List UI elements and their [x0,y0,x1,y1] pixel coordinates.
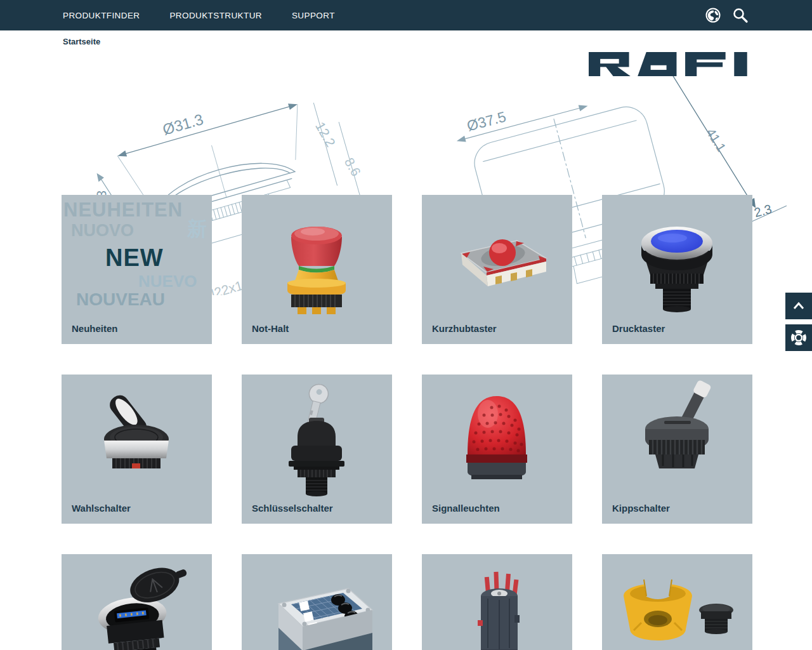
tile-label: Not-Halt [252,323,289,334]
tile-label: Drucktaster [612,323,665,334]
new-word-fr: NOUVEAU [76,291,165,308]
contact-support-button[interactable] [785,324,812,351]
tile-drucktaster[interactable]: Drucktaster [602,195,752,344]
new-word-zh: 新 [187,219,207,239]
nav-item-produktfinder[interactable]: PRODUKTFINDER [63,11,140,20]
tile-schluesselschalter[interactable]: Schlüsselschalter [242,375,392,524]
svg-text:12.2: 12.2 [313,119,338,149]
pushbutton-image [602,195,752,344]
main-nav: PRODUKTFINDER PRODUKTSTRUKTUR SUPPORT [63,0,335,30]
svg-text:Ø31.3: Ø31.3 [160,110,205,138]
nav-item-support[interactable]: SUPPORT [292,11,335,20]
tile-signalleuchten[interactable]: Signalleuchten [422,375,572,524]
tile-wahlschalter[interactable]: Wahlschalter [62,375,212,524]
new-word-es: NUEVO [138,273,197,289]
tile-label: Wahlschalter [72,503,131,514]
tile-not-halt[interactable]: Not-Halt [242,195,392,344]
new-word-de: NEUHEITEN [63,200,183,220]
switch-insert-image [422,554,572,650]
emergency-stop-image [242,195,392,344]
tile-schalteinsatz[interactable] [422,554,572,650]
toggle-switch-image [602,375,752,524]
svg-text:8.6: 8.6 [342,156,364,179]
accessories-image [602,554,752,650]
search-icon[interactable] [732,7,749,23]
tile-kurzhubtaster[interactable]: Kurzhubtaster [422,195,572,344]
chevron-up-icon [790,298,807,314]
new-word-en: NEW [105,246,164,270]
rafi-logo-mark [589,52,749,76]
signal-lamp-image [422,375,572,524]
svg-text:41.1: 41.1 [704,126,728,154]
enclosure-box-image [242,554,392,650]
nav-icon-group [705,0,749,30]
nav-item-produktstruktur[interactable]: PRODUKTSTRUKTUR [169,11,262,20]
tile-neuheiten[interactable]: NEUHEITEN NUOVO 新 NEW NUEVO NOUVEAU Neuh… [62,195,212,344]
tile-label: Kurzhubtaster [432,323,497,334]
selector-switch-image [62,375,212,524]
new-word-it: NUOVO [71,222,134,239]
tile-usb-einbaubuchse[interactable] [62,554,212,650]
tile-label: Kippschalter [612,503,670,514]
short-travel-switch-image [422,195,572,344]
tile-label: Schlüsselschalter [252,503,333,514]
usb-socket-image [62,554,212,650]
key-switch-image [242,375,392,524]
rafi-logo[interactable]: RAFI [589,52,749,76]
svg-text:Ø37.5: Ø37.5 [465,108,508,134]
breadcrumb-startseite[interactable]: Startseite [63,37,100,46]
tile-kippschalter[interactable]: Kippschalter [602,375,752,524]
globe-icon[interactable] [705,7,721,23]
tile-zubehoer[interactable] [602,554,752,650]
life-buoy-icon [790,329,808,347]
tile-label: Neuheiten [72,323,118,334]
svg-text:2.3: 2.3 [752,202,773,220]
category-tile-grid: NEUHEITEN NUOVO 新 NEW NUEVO NOUVEAU Neuh… [62,195,752,650]
scroll-to-top-button[interactable] [785,293,812,319]
top-navigation-bar: PRODUKTFINDER PRODUKTSTRUKTUR SUPPORT [0,0,812,30]
tile-label: Signalleuchten [432,503,500,514]
tile-gehaeuse[interactable] [242,554,392,650]
